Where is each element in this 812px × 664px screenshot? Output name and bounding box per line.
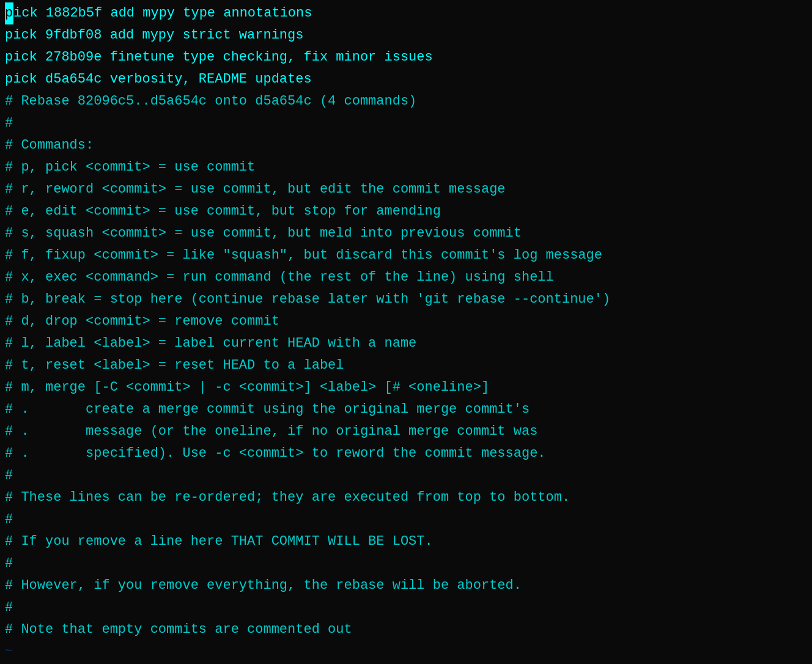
editor-line: # s, squash <commit> = use commit, but m… [5, 223, 807, 245]
editor-line: # [5, 553, 807, 575]
editor-line: # [5, 113, 807, 135]
editor-content: pick 1882b5f add mypy type annotationspi… [5, 2, 807, 664]
editor-line: # [5, 509, 807, 531]
editor-line: # Rebase 82096c5..d5a654c onto d5a654c (… [5, 90, 807, 113]
editor-line: # m, merge [-C <commit> | -c <commit>] <… [5, 377, 807, 399]
editor-line: # f, fixup <commit> = like "squash", but… [5, 245, 807, 267]
editor-line: # . create a merge commit using the orig… [5, 399, 807, 421]
editor-line: # p, pick <commit> = use commit [5, 157, 807, 179]
editor-line: # d, drop <commit> = remove commit [5, 311, 807, 333]
editor-line: # [5, 597, 807, 619]
editor-line: ~ [5, 641, 807, 663]
editor-line: # . message (or the oneline, if no origi… [5, 421, 807, 443]
editor-line: # If you remove a line here THAT COMMIT … [5, 531, 807, 553]
editor-line: # Commands: [5, 135, 807, 157]
editor-line: # x, exec <command> = run command (the r… [5, 267, 807, 289]
editor-line: # l, label <label> = label current HEAD … [5, 333, 807, 355]
editor-line: # These lines can be re-ordered; they ar… [5, 487, 807, 509]
editor-line: # However, if you remove everything, the… [5, 575, 807, 597]
editor-line: pick 278b09e finetune type checking, fix… [5, 46, 807, 68]
editor-line: # t, reset <label> = reset HEAD to a lab… [5, 355, 807, 377]
editor-line: # Note that empty commits are commented … [5, 619, 807, 641]
editor-line: # r, reword <commit> = use commit, but e… [5, 179, 807, 201]
editor-line: # . specified). Use -c <commit> to rewor… [5, 443, 807, 465]
editor-line: # e, edit <commit> = use commit, but sto… [5, 201, 807, 223]
editor-line: pick 9fdbf08 add mypy strict warnings [5, 24, 807, 46]
editor-line: # [5, 465, 807, 487]
editor-line: # b, break = stop here (continue rebase … [5, 289, 807, 311]
editor-line: pick 1882b5f add mypy type annotations [5, 2, 807, 24]
editor-line: pick d5a654c verbosity, README updates [5, 68, 807, 90]
